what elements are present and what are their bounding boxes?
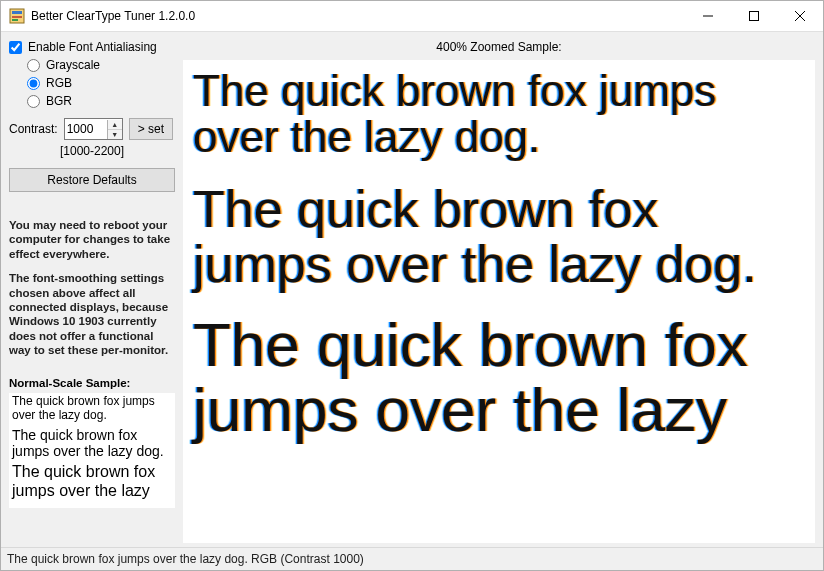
- zoom-sample-label: 400% Zoomed Sample:: [183, 40, 815, 54]
- mode-bgr-label: BGR: [46, 94, 72, 108]
- mode-rgb-row[interactable]: RGB: [27, 76, 175, 90]
- app-window: Better ClearType Tuner 1.2.0.0 Enable Fo…: [0, 0, 824, 571]
- settings-panel: Enable Font Antialiasing Grayscale RGB B…: [1, 32, 183, 547]
- spinner-arrows: ▲ ▼: [107, 120, 122, 139]
- spinner-up-icon[interactable]: ▲: [108, 120, 122, 130]
- window-controls: [685, 1, 823, 31]
- svg-rect-1: [12, 11, 22, 14]
- normal-sample-line-3: The quick brown fox jumps over the lazy: [12, 463, 172, 500]
- antialias-checkbox[interactable]: [9, 41, 22, 54]
- mode-rgb-label: RGB: [46, 76, 72, 90]
- contrast-label: Contrast:: [9, 122, 58, 136]
- contrast-spinner[interactable]: ▲ ▼: [64, 118, 123, 140]
- zoom-sample-line-1: The quick brown fox jumps over the lazy …: [193, 68, 805, 160]
- info-paragraph-2: The font-smoothing settings chosen above…: [9, 271, 175, 357]
- antialias-checkbox-row[interactable]: Enable Font Antialiasing: [9, 40, 175, 54]
- info-paragraph-1: You may need to reboot your computer for…: [9, 218, 175, 261]
- render-mode-group: Grayscale RGB BGR: [27, 58, 175, 108]
- normal-sample-line-2: The quick brown fox jumps over the lazy …: [12, 427, 172, 459]
- app-icon: [9, 8, 25, 24]
- mode-bgr-row[interactable]: BGR: [27, 94, 175, 108]
- mode-grayscale-row[interactable]: Grayscale: [27, 58, 175, 72]
- mode-bgr-radio[interactable]: [27, 95, 40, 108]
- mode-rgb-radio[interactable]: [27, 77, 40, 90]
- spinner-down-icon[interactable]: ▼: [108, 130, 122, 139]
- window-title: Better ClearType Tuner 1.2.0.0: [31, 9, 685, 23]
- main-content: Enable Font Antialiasing Grayscale RGB B…: [1, 32, 823, 547]
- zoom-sample-area: The quick brown fox jumps over the lazy …: [183, 60, 815, 543]
- minimize-button[interactable]: [685, 1, 731, 31]
- svg-rect-3: [12, 19, 18, 21]
- info-text: You may need to reboot your computer for…: [9, 218, 175, 367]
- restore-defaults-button[interactable]: Restore Defaults: [9, 168, 175, 192]
- close-button[interactable]: [777, 1, 823, 31]
- mode-grayscale-label: Grayscale: [46, 58, 100, 72]
- normal-sample-label: Normal-Scale Sample:: [9, 377, 175, 389]
- svg-rect-2: [12, 16, 22, 18]
- status-text: The quick brown fox jumps over the lazy …: [7, 552, 364, 566]
- zoom-sample-line-3: The quick brown fox jumps over the lazy: [193, 312, 805, 442]
- contrast-input[interactable]: [65, 121, 107, 137]
- client-area: Enable Font Antialiasing Grayscale RGB B…: [1, 32, 823, 570]
- preview-panel: 400% Zoomed Sample: The quick brown fox …: [183, 32, 823, 547]
- normal-sample-line-1: The quick brown fox jumps over the lazy …: [12, 395, 172, 423]
- titlebar[interactable]: Better ClearType Tuner 1.2.0.0: [1, 1, 823, 32]
- antialias-label: Enable Font Antialiasing: [28, 40, 157, 54]
- contrast-range-hint: [1000-2200]: [9, 144, 175, 158]
- contrast-row: Contrast: ▲ ▼ > set: [9, 118, 175, 140]
- zoom-sample-line-2: The quick brown fox jumps over the lazy …: [193, 182, 805, 291]
- maximize-button[interactable]: [731, 1, 777, 31]
- spacer: [9, 194, 175, 216]
- svg-rect-5: [750, 12, 759, 21]
- status-bar: The quick brown fox jumps over the lazy …: [1, 547, 823, 570]
- set-button[interactable]: > set: [129, 118, 173, 140]
- normal-sample-area: The quick brown fox jumps over the lazy …: [9, 393, 175, 508]
- zoom-sample-inner: The quick brown fox jumps over the lazy …: [183, 60, 815, 543]
- mode-grayscale-radio[interactable]: [27, 59, 40, 72]
